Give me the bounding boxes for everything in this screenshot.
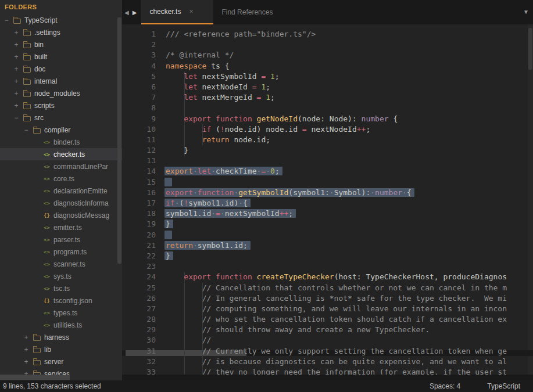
code-line-22[interactable]: 22} bbox=[122, 251, 533, 261]
code-line-20[interactable]: 20 bbox=[122, 230, 533, 240]
code-line-10[interactable]: 10 if (!node.id) node.id = nextNodeId++; bbox=[122, 124, 533, 135]
code-editor[interactable]: 1/// <reference path="binder.ts"/>23/* @… bbox=[122, 24, 533, 375]
code-line-17[interactable]: 17if·(!symbol1.id)·{ bbox=[122, 198, 533, 208]
code-line-11[interactable]: 11 return node.id; bbox=[122, 135, 533, 145]
expand-icon[interactable]: + bbox=[12, 65, 20, 73]
code-token: function bbox=[198, 188, 234, 197]
code-line-4[interactable]: 4namespace ts { bbox=[122, 61, 533, 71]
sidebar-file-parser-ts[interactable]: <>parser.ts bbox=[0, 233, 122, 246]
code-line-32[interactable]: 32 // is because diagnostics can be quit… bbox=[122, 357, 533, 367]
tab-close-icon[interactable]: × bbox=[189, 8, 193, 16]
sidebar-folder-compiler[interactable]: −compiler bbox=[0, 124, 122, 136]
sidebar-file-checker-ts[interactable]: <>checker.ts bbox=[0, 148, 122, 160]
sublime-text-window: FOLDERS −TypeScript+.settings+bin+built+… bbox=[0, 0, 533, 392]
code-line-27[interactable]: 27 // computing something, and we will l… bbox=[122, 304, 533, 314]
code-token: ++ bbox=[357, 125, 366, 134]
sidebar-file-scanner-ts[interactable]: <>scanner.ts bbox=[0, 258, 122, 270]
ts-file-icon: <> bbox=[43, 200, 51, 206]
code-line-30[interactable]: 30 // bbox=[122, 335, 533, 346]
expand-icon[interactable]: + bbox=[12, 89, 20, 98]
expand-icon[interactable]: + bbox=[12, 53, 20, 61]
sidebar-horizontal-scrollbar[interactable] bbox=[0, 375, 70, 380]
sidebar-folder-typescript[interactable]: −TypeScript bbox=[0, 14, 122, 26]
code-line-31[interactable]: 31 // Currently we only support setting … bbox=[122, 346, 533, 357]
sidebar-file-commandlinepar[interactable]: <>commandLinePar bbox=[0, 160, 122, 172]
syntax-setting[interactable]: TypeScript bbox=[487, 382, 520, 390]
code-line-13[interactable]: 13 bbox=[122, 156, 533, 166]
indentation-setting[interactable]: Spaces: 4 bbox=[430, 382, 460, 390]
sidebar-file-declarationemitte[interactable]: <>declarationEmitte bbox=[0, 185, 122, 197]
expand-icon[interactable]: + bbox=[12, 77, 20, 85]
collapse-icon[interactable]: − bbox=[22, 126, 30, 134]
expand-icon[interactable]: + bbox=[12, 28, 20, 37]
code-line-5[interactable]: 5 let nextSymbolId = 1; bbox=[122, 71, 533, 82]
code-line-7[interactable]: 7 let nextMergeId = 1; bbox=[122, 92, 533, 103]
code-line-1[interactable]: 1/// <reference path="binder.ts"/> bbox=[122, 29, 533, 39]
collapse-icon[interactable]: − bbox=[2, 16, 10, 24]
sidebar-file-diagnosticmessag[interactable]: {}diagnosticMessag bbox=[0, 209, 122, 221]
sidebar-folder-server[interactable]: +server bbox=[0, 355, 122, 368]
tab-checker-ts[interactable]: checker.ts × bbox=[141, 0, 213, 24]
code-token: getNodeId bbox=[257, 114, 298, 123]
tab-nav-back-icon[interactable]: ◀ bbox=[124, 9, 129, 16]
code-line-23[interactable]: 23 bbox=[122, 261, 533, 272]
tab-overflow-icon[interactable]: ▼ bbox=[523, 9, 529, 15]
code-line-19[interactable]: 19} bbox=[122, 219, 533, 229]
sidebar-folder-src[interactable]: −src bbox=[0, 112, 122, 124]
sidebar-folder-built[interactable]: +built bbox=[0, 51, 122, 63]
expand-icon[interactable]: + bbox=[12, 102, 20, 110]
code-line-18[interactable]: 18symbol1.id·=·nextSymbolId++; bbox=[122, 208, 533, 219]
code-line-8[interactable]: 8 bbox=[122, 103, 533, 113]
code-line-3[interactable]: 3/* @internal */ bbox=[122, 50, 533, 60]
code-line-9[interactable]: 9 export function getNodeId(node: Node):… bbox=[122, 114, 533, 124]
code-line-25[interactable]: 25 // Cancellation that controls whether… bbox=[122, 283, 533, 293]
sidebar-folder-harness[interactable]: +harness bbox=[0, 331, 122, 343]
ts-file-icon: <> bbox=[43, 237, 51, 243]
sidebar-file-sys-ts[interactable]: <>sys.ts bbox=[0, 270, 122, 282]
expand-icon[interactable]: + bbox=[22, 358, 30, 366]
collapse-icon[interactable]: − bbox=[12, 114, 20, 122]
sidebar-file-types-ts[interactable]: <>types.ts bbox=[0, 307, 122, 319]
code-token: · bbox=[193, 167, 198, 175]
tab-find-references[interactable]: Find References bbox=[213, 0, 281, 24]
sidebar-file-utilities-ts[interactable]: <>utilities.ts bbox=[0, 319, 122, 331]
code-line-28[interactable]: 28 // who set the cancellation token sho… bbox=[122, 314, 533, 325]
sidebar-file-binder-ts[interactable]: <>binder.ts bbox=[0, 136, 122, 148]
sidebar-file-program-ts[interactable]: <>program.ts bbox=[0, 246, 122, 258]
sidebar-folder-doc[interactable]: +doc bbox=[0, 63, 122, 75]
code-line-16[interactable]: 16export·function·getSymbolId(symbol1:·S… bbox=[122, 188, 533, 198]
sidebar-folder-scripts[interactable]: +scripts bbox=[0, 99, 122, 112]
code-line-15[interactable]: 15 bbox=[122, 177, 533, 188]
sidebar-file-emitter-ts[interactable]: <>emitter.ts bbox=[0, 221, 122, 233]
code-line-33[interactable]: 33 // they no longer need the informatio… bbox=[122, 367, 533, 375]
code-line-14[interactable]: 14export·let·checkTime·=·0; bbox=[122, 166, 533, 177]
code-token: ; bbox=[275, 167, 280, 175]
sidebar-folder-bin[interactable]: +bin bbox=[0, 38, 122, 51]
sidebar-file-diagnosticinforma[interactable]: <>diagnosticInforma bbox=[0, 197, 122, 209]
code-line-12[interactable]: 12 } bbox=[122, 145, 533, 156]
code-line-6[interactable]: 6 let nextNodeId = 1; bbox=[122, 82, 533, 92]
sidebar-file-tsc-ts[interactable]: <>tsc.ts bbox=[0, 282, 122, 294]
code-line-21[interactable]: 21return·symbol1.id; bbox=[122, 240, 533, 251]
sidebar-vertical-scrollbar[interactable] bbox=[117, 17, 121, 264]
sidebar-folder-settings[interactable]: +.settings bbox=[0, 26, 122, 38]
code-token: createTypeChecker bbox=[257, 272, 334, 281]
code-line-2[interactable]: 2 bbox=[122, 39, 533, 50]
code-line-24[interactable]: 24 export function createTypeChecker(hos… bbox=[122, 272, 533, 282]
expand-icon[interactable]: + bbox=[12, 41, 20, 49]
code-token: } bbox=[166, 220, 170, 228]
code-token bbox=[166, 125, 202, 134]
tab-nav-forward-icon[interactable]: ▶ bbox=[133, 9, 137, 16]
sidebar-file-tsconfig-json[interactable]: {}tsconfig.json bbox=[0, 294, 122, 307]
code-line-29[interactable]: 29 // should throw away and create a new… bbox=[122, 325, 533, 335]
sidebar-folder-node-modules[interactable]: +node_modules bbox=[0, 87, 122, 99]
sidebar-file-core-ts[interactable]: <>core.ts bbox=[0, 172, 122, 185]
line-number: 17 bbox=[122, 198, 156, 208]
tab-navigation: ◀ ▶ bbox=[122, 0, 141, 24]
sidebar-folder-internal[interactable]: +internal bbox=[0, 75, 122, 87]
line-number: 6 bbox=[122, 82, 156, 92]
sidebar-folder-lib[interactable]: +lib bbox=[0, 343, 122, 355]
expand-icon[interactable]: + bbox=[22, 333, 30, 341]
code-line-26[interactable]: 26 // In general cancelling is *not* saf… bbox=[122, 293, 533, 304]
expand-icon[interactable]: + bbox=[22, 346, 30, 354]
